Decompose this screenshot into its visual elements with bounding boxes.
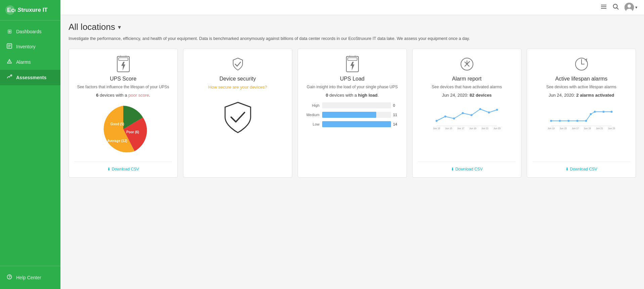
alarm-report-icon (460, 56, 474, 73)
logo-text: Struxure IT (17, 7, 48, 13)
svg-point-42 (479, 108, 481, 110)
alarm-report-stat: Jun 24, 2020: 82 devices (442, 93, 491, 98)
chevron-down-icon: ▾ (635, 5, 637, 10)
lifespan-alarms-title: Active lifespan alarms (555, 76, 608, 82)
svg-line-14 (617, 8, 618, 9)
device-security-card: Device security How secure are your devi… (183, 49, 292, 178)
nav-items: ⊞ Dashboards Inventory Alarms Assessment… (0, 20, 60, 266)
ups-score-title: UPS Score (110, 76, 136, 82)
bar-value-low: 14 (393, 122, 398, 126)
lifespan-alarms-card-bottom: ⬇ Download CSV (532, 161, 630, 172)
sidebar-item-label: Assessments (16, 75, 46, 80)
svg-text:Poor (6): Poor (6) (126, 130, 139, 134)
svg-text:Jun 17: Jun 17 (572, 127, 579, 129)
ups-score-card: UPS Score See factors that influence the… (69, 49, 178, 178)
lifespan-alarms-download[interactable]: ⬇ Download CSV (565, 167, 597, 172)
svg-text:Eco: Eco (7, 7, 15, 13)
ups-load-bar-chart: High 0 Medium 11 Low (303, 102, 401, 131)
bar-row-medium: Medium 11 (306, 112, 398, 118)
ups-score-download[interactable]: ⬇ Download CSV (107, 167, 139, 172)
svg-point-16 (628, 4, 631, 8)
svg-point-63 (611, 111, 613, 113)
svg-point-56 (559, 120, 561, 122)
svg-point-13 (613, 4, 617, 8)
lifespan-line-chart: Jun 13 Jun 15 Jun 17 Jun 19 Jun 21 Jun 2… (532, 102, 630, 131)
ups-score-pie: Good (5) Poor (6) Average (12) (96, 102, 150, 156)
svg-point-41 (471, 114, 473, 116)
ups-load-title: UPS Load (340, 76, 364, 82)
ups-score-subtitle: See factors that influence the lifespan … (77, 85, 169, 89)
bar-label-low: Low (306, 122, 322, 126)
svg-point-62 (603, 111, 605, 113)
ups-load-stat: 0 devices with a high load. (326, 93, 379, 98)
alarm-report-card-bottom: ⬇ Download CSV (418, 161, 516, 172)
svg-point-40 (462, 112, 464, 114)
sidebar: Eco Struxure IT ⊞ Dashboards Inventory A… (0, 0, 60, 289)
sidebar-bottom: ? Help Center (0, 266, 60, 289)
logo-icon: Eco (5, 5, 15, 15)
assessments-icon (6, 74, 13, 81)
alarm-line-chart: Jun 13 Jun 15 Jun 17 Jun 19 Jun 21 Jun 2… (418, 102, 516, 131)
svg-text:Jun 19: Jun 19 (469, 127, 476, 129)
content-area: All locations ▾ Investigate the performa… (60, 15, 644, 289)
svg-text:Jun 21: Jun 21 (596, 127, 603, 129)
ups-score-icon (116, 56, 131, 73)
main-content: ▾ All locations ▾ Investigate the perfor… (60, 0, 644, 289)
help-center-link[interactable]: ? Help Center (6, 272, 54, 284)
svg-point-39 (453, 117, 455, 119)
svg-text:Jun 17: Jun 17 (457, 127, 464, 129)
bar-label-medium: Medium (306, 113, 322, 117)
page-title: All locations (69, 22, 115, 32)
bar-fill-low (322, 121, 391, 127)
ups-score-card-bottom: ⬇ Download CSV (74, 161, 172, 172)
svg-point-58 (576, 120, 578, 122)
svg-text:Jun 15: Jun 15 (445, 127, 452, 129)
sidebar-item-label: Dashboards (16, 29, 42, 34)
svg-rect-27 (348, 58, 357, 60)
sidebar-item-dashboards[interactable]: ⊞ Dashboards (0, 24, 60, 39)
bar-row-low: Low 14 (306, 121, 398, 127)
list-icon[interactable] (600, 3, 607, 12)
user-menu[interactable]: ▾ (625, 3, 637, 12)
svg-point-44 (496, 109, 498, 111)
ups-score-stat: 6 devices with a poor score. (96, 93, 150, 98)
topbar: ▾ (60, 0, 644, 15)
location-dropdown[interactable]: ▾ (118, 23, 121, 31)
svg-text:Jun 23: Jun 23 (493, 127, 501, 129)
bar-track-high (322, 102, 391, 108)
lifespan-alarms-stat: Jun 24, 2020: 2 alarms activated (549, 93, 614, 98)
bar-row-high: High 0 (306, 102, 398, 108)
ups-score-highlight: poor score (128, 93, 149, 98)
alarm-report-download[interactable]: ⬇ Download CSV (451, 167, 483, 172)
device-security-shield (221, 100, 255, 138)
svg-point-7 (9, 62, 10, 63)
help-center-label: Help Center (16, 275, 41, 280)
bar-track-low (322, 121, 391, 127)
device-security-title: Device security (219, 76, 256, 82)
svg-text:Jun 21: Jun 21 (481, 127, 488, 129)
bar-label-high: High (306, 103, 322, 107)
svg-point-38 (444, 115, 446, 117)
svg-rect-19 (119, 58, 128, 60)
device-security-icon (230, 56, 245, 73)
svg-text:Jun 23: Jun 23 (608, 127, 615, 129)
svg-point-43 (488, 111, 490, 113)
search-icon[interactable] (612, 3, 619, 12)
svg-point-57 (568, 120, 570, 122)
ups-load-icon (345, 56, 360, 73)
bar-value-high: 0 (393, 103, 398, 107)
sidebar-item-assessments[interactable]: Assessments (0, 70, 60, 85)
svg-point-61 (594, 111, 596, 113)
ups-load-subtitle: Gain insight into the load of your singl… (307, 85, 398, 89)
svg-text:Jun 15: Jun 15 (560, 127, 567, 129)
sidebar-item-alarms[interactable]: Alarms (0, 54, 60, 70)
ups-load-highlight: high load (358, 93, 378, 98)
svg-text:Jun 13: Jun 13 (433, 127, 440, 129)
help-icon: ? (6, 274, 13, 281)
bar-value-medium: 11 (393, 113, 398, 117)
bar-fill-medium (322, 112, 376, 118)
avatar (625, 3, 634, 12)
page-header: All locations ▾ (69, 22, 636, 32)
app-logo: Eco Struxure IT (0, 0, 60, 20)
sidebar-item-inventory[interactable]: Inventory (0, 39, 60, 54)
